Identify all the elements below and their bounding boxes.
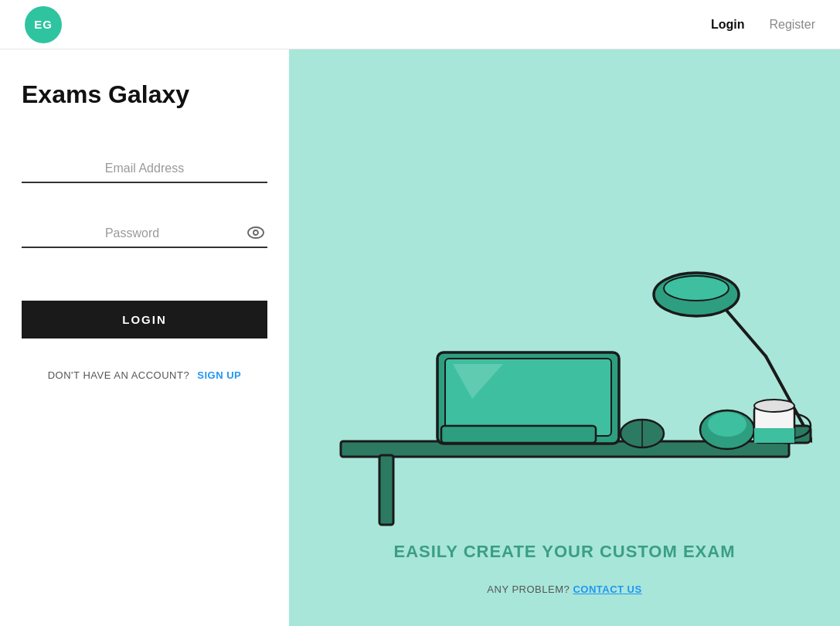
- nav-links: Login Register: [711, 18, 815, 32]
- signup-prompt: DON'T HAVE AN ACCOUNT?: [48, 369, 189, 381]
- email-form-group: [22, 155, 267, 183]
- svg-point-1: [253, 230, 258, 235]
- register-nav-link[interactable]: Register: [769, 18, 815, 32]
- signup-row: DON'T HAVE AN ACCOUNT? SIGN UP: [22, 369, 267, 381]
- svg-rect-21: [754, 434, 794, 443]
- main-content: Exams Galaxy LOGIN DON'T HAVE AN ACCOUNT…: [0, 49, 840, 626]
- svg-rect-3: [379, 455, 393, 525]
- contact-prompt: ANY PROBLEM?: [487, 583, 570, 595]
- logo-icon: EG: [25, 6, 62, 43]
- logo-container: EG: [25, 6, 62, 43]
- signup-link[interactable]: SIGN UP: [197, 369, 241, 381]
- login-nav-link[interactable]: Login: [711, 18, 745, 32]
- svg-point-19: [754, 400, 794, 412]
- password-wrapper: [22, 220, 267, 248]
- password-input[interactable]: [22, 220, 267, 248]
- app-title: Exams Galaxy: [22, 80, 267, 109]
- password-form-group: [22, 220, 267, 248]
- right-panel: EASILY CREATE YOUR CUSTOM EXAM ANY PROBL…: [289, 49, 840, 626]
- svg-point-0: [248, 227, 264, 238]
- desk-illustration: [318, 202, 812, 526]
- svg-rect-8: [441, 426, 596, 443]
- header: EG Login Register: [0, 0, 840, 49]
- contact-link[interactable]: CONTACT US: [573, 583, 641, 595]
- email-input[interactable]: [22, 155, 267, 183]
- svg-point-13: [664, 276, 729, 301]
- login-button[interactable]: LOGIN: [22, 301, 267, 339]
- illustration: [289, 49, 840, 542]
- contact-row: ANY PROBLEM? CONTACT US: [487, 583, 641, 595]
- left-panel: Exams Galaxy LOGIN DON'T HAVE AN ACCOUNT…: [0, 49, 289, 626]
- svg-point-17: [708, 412, 746, 437]
- password-toggle-icon[interactable]: [247, 226, 264, 242]
- tagline: EASILY CREATE YOUR CUSTOM EXAM: [394, 542, 736, 562]
